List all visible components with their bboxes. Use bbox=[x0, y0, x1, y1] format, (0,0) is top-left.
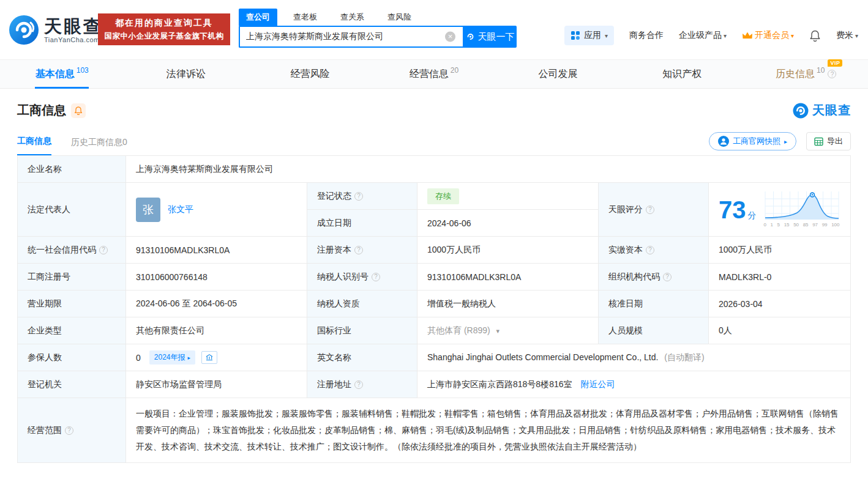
field-label: 组织机构代码 bbox=[608, 272, 660, 283]
brand-watermark: 天眼查 bbox=[793, 102, 851, 119]
tab-inner: 基本信息 103 bbox=[36, 68, 89, 81]
field-label: 实缴资本 bbox=[608, 245, 643, 256]
company-name-value: 上海京海奥特莱斯商业发展有限公司 bbox=[126, 156, 851, 183]
help-icon[interactable]: ? bbox=[828, 70, 836, 78]
industry-cell[interactable]: 其他体育 (R899) ▾ bbox=[417, 317, 599, 344]
company-nav-tabs: 基本信息 103 法律诉讼 经营风险 经营信息 20 公司发展 bbox=[0, 59, 868, 89]
tianyancha-logo[interactable]: 天眼查 TianYanCha.com bbox=[9, 15, 103, 45]
caret-down-icon: ▾ bbox=[605, 32, 608, 39]
promo-banner: 都在用的商业查询工具 国家中小企业发展子基金旗下机构 bbox=[98, 13, 230, 45]
score-unit: 分 bbox=[748, 210, 757, 221]
tab-intellectual-property[interactable]: 知识产权 bbox=[620, 60, 744, 88]
menu-open-vip[interactable]: 开通会员 ▾ bbox=[742, 30, 794, 41]
field-label: 经营范围 bbox=[28, 425, 62, 436]
export-button[interactable]: 导出 bbox=[806, 132, 851, 150]
search-button[interactable]: 天眼一下 bbox=[463, 26, 517, 48]
snapshot-label: 工商官网快照 bbox=[733, 136, 780, 147]
field-label-cell: 天眼评分 ? bbox=[599, 183, 709, 237]
user-name: 费米 bbox=[836, 30, 853, 41]
search-tab-boss[interactable]: 查老板 bbox=[286, 9, 324, 26]
score-chart: 0 1 5 15 50 85 97 99 100 bbox=[764, 191, 840, 228]
search-input[interactable] bbox=[239, 26, 463, 48]
axis-tick: 5 bbox=[777, 222, 780, 228]
help-icon[interactable]: ? bbox=[354, 192, 363, 201]
top-menu: 应用 ▾ 商务合作 企业级产品 ▾ 开通会员 ▾ bbox=[564, 26, 858, 45]
field-label: 法定代表人 bbox=[28, 204, 70, 215]
notifications-button[interactable] bbox=[809, 29, 821, 42]
search-tab-risk[interactable]: 查风险 bbox=[380, 9, 419, 26]
banner-line2: 国家中小企业发展子基金旗下机构 bbox=[98, 31, 230, 42]
help-icon[interactable]: ? bbox=[372, 273, 380, 281]
field-label-cell: 纳税人识别号 ? bbox=[307, 264, 417, 291]
field-label-cell: 登记状态 ? bbox=[307, 183, 417, 210]
help-icon[interactable]: ? bbox=[354, 246, 363, 254]
chevron-down-icon[interactable]: ▾ bbox=[496, 327, 500, 335]
table-row: 法定代表人 张 张文平 登记状态 ? 存续 天眼评分 ? bbox=[18, 183, 851, 210]
field-label: 纳税人资质 bbox=[317, 298, 360, 309]
apps-menu[interactable]: 应用 ▾ bbox=[564, 26, 614, 45]
score-cell[interactable]: 73 分 bbox=[709, 183, 851, 237]
field-label: 人员规模 bbox=[608, 325, 643, 336]
field-label-cell: 实缴资本 ? bbox=[599, 237, 709, 264]
search-button-label: 天眼一下 bbox=[478, 31, 515, 43]
tab-history-info[interactable]: 历史信息 10 VIP ? bbox=[744, 60, 868, 88]
search-tab-relation[interactable]: 查关系 bbox=[333, 9, 372, 26]
field-label: 工商注册号 bbox=[28, 272, 70, 283]
tab-label: 法律诉讼 bbox=[166, 68, 206, 81]
help-icon[interactable]: ? bbox=[65, 426, 73, 435]
subtab-history-business-info[interactable]: 历史工商信息0 bbox=[71, 137, 127, 155]
tab-inner: 经营信息 20 bbox=[410, 68, 458, 81]
business-term-value: 2024-06-06 至 2064-06-05 bbox=[126, 291, 307, 317]
help-icon[interactable]: ? bbox=[646, 246, 654, 254]
help-icon[interactable]: ? bbox=[646, 205, 654, 214]
annual-report-label: 2024年报 bbox=[154, 352, 185, 363]
menu-enterprise-products[interactable]: 企业级产品 ▾ bbox=[679, 30, 727, 41]
bell-icon bbox=[74, 106, 83, 115]
legal-rep-name-link[interactable]: 张文平 bbox=[168, 204, 193, 215]
tab-legal-litigation[interactable]: 法律诉讼 bbox=[124, 60, 249, 88]
menu-business-cooperation[interactable]: 商务合作 bbox=[629, 30, 664, 41]
industry-value: 其他体育 bbox=[427, 325, 462, 335]
help-icon[interactable]: ? bbox=[354, 380, 363, 389]
nearby-companies-link[interactable]: 附近公司 bbox=[580, 379, 615, 389]
field-label-cell: 成立日期 bbox=[307, 210, 417, 237]
tab-label: 基本信息 bbox=[36, 68, 75, 81]
reg-address-cell: 上海市静安区南京西路818号8楼816室 附近公司 bbox=[417, 371, 851, 398]
legal-rep-avatar[interactable]: 张 bbox=[136, 198, 160, 222]
subtab-business-info[interactable]: 工商信息 bbox=[17, 136, 51, 155]
field-label-cell: 法定代表人 bbox=[18, 183, 126, 237]
auto-translate-note: (自动翻译) bbox=[664, 352, 704, 362]
company-type-value: 其他有限责任公司 bbox=[126, 317, 307, 344]
staff-size-value: 0人 bbox=[709, 317, 851, 344]
table-row: 统一社会信用代码 ? 91310106MADLK3RL0A 注册资本 ? 100… bbox=[18, 237, 851, 264]
field-label: 纳税人识别号 bbox=[317, 272, 369, 283]
monitor-subscribe-button[interactable] bbox=[71, 103, 86, 118]
field-label-cell: 注册地址 ? bbox=[307, 371, 417, 398]
gov-source-button[interactable] bbox=[201, 351, 217, 364]
field-label-cell: 人员规模 bbox=[599, 317, 709, 344]
apps-label: 应用 bbox=[584, 30, 601, 41]
tianyancha-company-page: 天眼查 TianYanCha.com 都在用的商业查询工具 国家中小企业发展子基… bbox=[0, 0, 868, 485]
business-info-table: 企业名称 上海京海奥特莱斯商业发展有限公司 法定代表人 张 张文平 登记状态 ?… bbox=[17, 155, 851, 463]
tab-company-development[interactable]: 公司发展 bbox=[496, 60, 620, 88]
field-label-cell: 组织机构代码 ? bbox=[599, 264, 709, 291]
search-tab-company[interactable]: 查公司 bbox=[239, 9, 277, 26]
axis-tick: 15 bbox=[784, 222, 790, 228]
table-row: 营业期限 2024-06-06 至 2064-06-05 纳税人资质 增值税一般… bbox=[18, 291, 851, 317]
help-icon[interactable]: ? bbox=[99, 246, 108, 254]
official-snapshot-button[interactable]: 工商官网快照 ▸ bbox=[709, 132, 796, 150]
annual-report-badge[interactable]: 2024年报 ▸ bbox=[149, 350, 195, 365]
tab-basic-info[interactable]: 基本信息 103 bbox=[0, 60, 124, 88]
industry-code: (R899) bbox=[464, 325, 490, 335]
tab-business-info[interactable]: 经营信息 20 bbox=[372, 60, 496, 88]
tab-operation-risk[interactable]: 经营风险 bbox=[248, 60, 372, 88]
help-icon[interactable]: ? bbox=[663, 273, 672, 281]
clear-search-icon[interactable]: × bbox=[445, 32, 455, 42]
tab-label: 公司发展 bbox=[539, 68, 578, 81]
field-label-cell: 工商注册号 bbox=[18, 264, 126, 291]
taxpayer-quality-value: 增值税一般纳税人 bbox=[417, 291, 599, 317]
user-menu[interactable]: 费米 ▾ bbox=[836, 30, 858, 41]
bank-icon bbox=[205, 354, 214, 361]
tab-inner: 公司发展 bbox=[539, 68, 578, 81]
english-name-cell: Shanghai Jinghai Outlets Commercial Deve… bbox=[417, 344, 851, 371]
